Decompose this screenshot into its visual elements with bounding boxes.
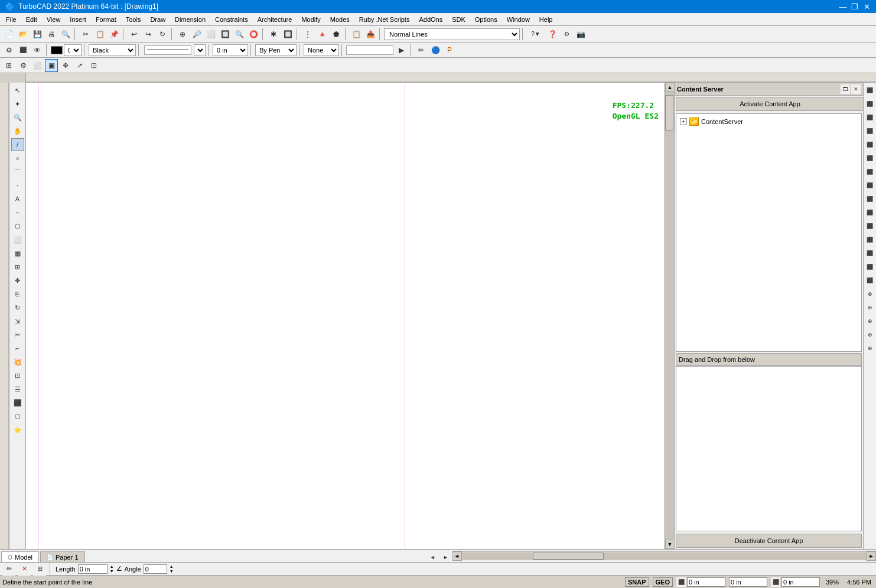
none-select[interactable]: None [304,44,339,56]
rvt-btn-5[interactable]: ⬛ [864,138,877,151]
length-down-btn[interactable]: ▼ [110,569,114,574]
vscroll-down-button[interactable]: ▼ [665,540,675,549]
menu-view[interactable]: View [42,15,66,24]
new-button[interactable]: 📄 [2,28,15,41]
layer-input[interactable] [346,45,393,55]
undo-button[interactable]: ↩ [128,28,141,41]
z-input[interactable] [781,577,820,587]
menu-window[interactable]: Window [502,15,535,24]
mat-button[interactable]: ⬟ [330,28,343,41]
rotate-tool[interactable]: ↻ [11,301,24,314]
menu-format[interactable]: Format [91,15,121,24]
menu-constraints[interactable]: Constraints [210,15,253,24]
pan-tool[interactable]: ✋ [11,125,24,138]
camera-button[interactable]: 📷 [574,28,587,41]
circle-tool[interactable]: ○ [11,152,24,165]
block-tool[interactable]: ⬛ [11,396,24,409]
sel-button[interactable]: ✥ [59,59,72,72]
rvt-btn-17[interactable]: ⊕ [864,301,877,314]
angle-up-btn[interactable]: ▲ [170,564,174,569]
linestyle-dropdown[interactable]: Normal Lines [384,28,520,40]
tree-item-contentserver[interactable]: + 📁 ContentServer [679,116,859,127]
arrow-button[interactable]: ↗ [73,59,86,72]
rvt-btn-19[interactable]: ⊕ [864,328,877,341]
y-input[interactable] [729,577,767,587]
rvt-btn-6[interactable]: ⬛ [864,152,877,165]
snap-badge[interactable]: SNAP [625,577,649,587]
angle-input[interactable] [144,564,167,574]
3d-button[interactable]: ⋮ [301,28,314,41]
render2-tool[interactable]: ⭐ [11,423,24,436]
tab-nav-left[interactable]: ◄ [426,553,439,562]
scale-tool[interactable]: ⇲ [11,315,24,328]
zoom-ext-button[interactable]: ⬜ [204,28,217,41]
line-tool[interactable]: / [11,138,24,151]
explode-tool[interactable]: 💥 [11,355,24,368]
app-restore-btn[interactable]: ❐ [850,2,859,11]
zoom-sel-button[interactable]: 🔲 [219,28,232,41]
props-button[interactable]: ⊡ [87,59,100,72]
activate-content-app-button[interactable]: Activate Content App [676,97,864,111]
fillet-tool[interactable]: ⌐ [11,342,24,355]
rvt-btn-3[interactable]: ⬛ [864,111,877,124]
hscroll-left-button[interactable]: ◄ [452,551,462,561]
print-preview-button[interactable]: 🔍 [59,28,72,41]
arc-tool[interactable]: ⌒ [11,165,24,178]
menu-tools[interactable]: Tools [121,15,146,24]
menu-architecture[interactable]: Architecture [253,15,297,24]
menu-draw[interactable]: Draw [145,15,170,24]
hatch-tool[interactable]: ▦ [11,247,24,260]
hscroll-track[interactable] [462,553,867,560]
lineweight-select[interactable]: 0 in [213,44,248,56]
drag-drop-area[interactable] [676,366,862,531]
length-up-btn[interactable]: ▲ [110,564,114,569]
rvt-btn-1[interactable]: ⬛ [864,84,877,97]
move-tool[interactable]: ✥ [11,274,24,287]
rvt-btn-18[interactable]: ⊕ [864,315,877,328]
menu-file[interactable]: File [1,15,21,24]
pen-tool-button[interactable]: ✏ [415,44,428,57]
layer-settings-button[interactable]: ⚙ [2,44,15,57]
copy-button[interactable]: 📋 [93,28,106,41]
cmd-table-icon[interactable]: ⊞ [33,563,46,576]
select-tool[interactable]: ↖ [11,84,24,97]
geo-badge[interactable]: GEO [653,577,673,587]
node-tool[interactable]: ✦ [11,97,24,110]
color-select[interactable]: Black [89,44,136,56]
hscroll-thumb[interactable] [533,553,604,560]
app-minimize-btn[interactable]: — [838,2,848,11]
layer-apply-button[interactable]: ▶ [395,44,408,57]
tab-model[interactable]: ⬡ Model [1,551,39,562]
menu-options[interactable]: Options [470,15,502,24]
zoom-tool[interactable]: 🔍 [11,111,24,124]
copy3-tool[interactable]: ⎘ [11,288,24,300]
sel-filter-button[interactable]: 🔲 [281,28,294,41]
trim-tool[interactable]: ✂ [11,328,24,341]
active-layer-button[interactable]: ▣ [45,59,58,72]
print-button[interactable]: 🖨 [45,28,58,41]
menu-modify[interactable]: Modify [297,15,325,24]
content-server-tree[interactable]: + 📁 ContentServer [676,113,862,352]
insert-tool[interactable]: ⊞ [11,260,24,273]
format-paint-button[interactable]: P [443,44,456,57]
snap-button[interactable]: ✱ [267,28,280,41]
menu-addons[interactable]: AddOns [414,15,447,24]
render-button[interactable]: 🔺 [315,28,328,41]
group-tool[interactable]: ⊡ [11,369,24,382]
cmd-draw-icon[interactable]: ✏ [2,563,15,576]
menu-insert[interactable]: Insert [65,15,91,24]
cmd-cancel-icon[interactable]: ✕ [18,563,31,576]
layer-list-tool[interactable]: ☰ [11,383,24,396]
x-input[interactable] [687,577,725,587]
vertical-scrollbar[interactable]: ▲ ▼ [665,83,674,549]
menu-modes[interactable]: Modes [325,15,354,24]
tab-nav-right[interactable]: ► [439,553,452,562]
length-spinner[interactable]: ▲ ▼ [110,564,114,574]
help-dropdown-button[interactable]: ?▼ [527,28,545,41]
rvt-btn-13[interactable]: ⬛ [864,247,877,260]
open-button[interactable]: 📂 [17,28,30,41]
snap-settings-button[interactable]: ⚙ [560,28,573,41]
ortho-button[interactable]: ⬜ [31,59,44,72]
layer-manager-button[interactable]: ⬛ [17,44,30,57]
vscroll-track[interactable] [665,92,674,540]
